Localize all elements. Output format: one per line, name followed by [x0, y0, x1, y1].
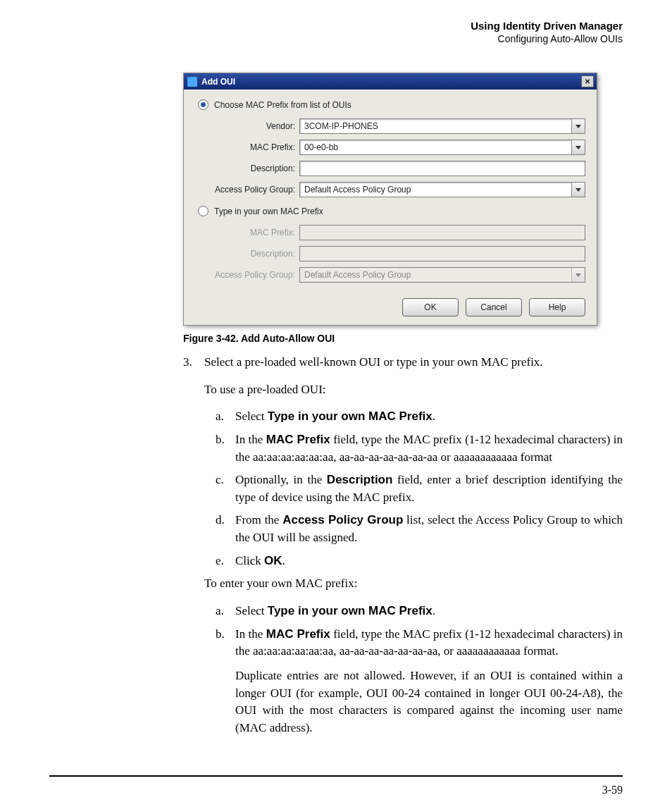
- substep-text: In the MAC Prefix field, type the MAC pr…: [235, 431, 623, 466]
- add-oui-dialog: Add OUI ✕ Choose MAC Prefix from list of…: [183, 73, 597, 326]
- substep-text: Optionally, in the Description field, en…: [235, 472, 623, 506]
- substep-text: Select Type in your own MAC Prefix.: [235, 408, 623, 426]
- page-header: Using Identity Driven Manager Configurin…: [49, 20, 623, 44]
- access-policy-value: Default Access Policy Group: [304, 185, 411, 195]
- label-mac-prefix-2: MAC Prefix:: [197, 228, 299, 238]
- radio-choose-from-list[interactable]: [198, 99, 209, 110]
- vendor-value: 3COM-IP-PHONES: [304, 121, 378, 131]
- step-marker: 3.: [183, 354, 204, 750]
- close-icon[interactable]: ✕: [581, 75, 594, 87]
- mac-prefix-input-2: [299, 225, 585, 240]
- radio-choose-label: Choose MAC Prefix from list of OUIs: [214, 100, 351, 110]
- substep-marker: d.: [216, 512, 235, 546]
- dialog-title: Add OUI: [201, 77, 235, 87]
- footer-divider: [49, 775, 623, 777]
- header-title: Using Identity Driven Manager: [49, 20, 623, 32]
- label-access-policy-group: Access Policy Group:: [197, 185, 299, 195]
- mac-prefix-select[interactable]: 00-e0-bb: [299, 140, 585, 155]
- header-subtitle: Configuring Auto-Allow OUIs: [49, 33, 623, 44]
- label-vendor: Vendor:: [197, 121, 299, 131]
- access-policy-value-2: Default Access Policy Group: [304, 270, 411, 280]
- chevron-down-icon[interactable]: [571, 119, 585, 133]
- figure-caption: Figure 3-42. Add Auto-Allow OUI: [183, 333, 623, 344]
- substep-marker: c.: [216, 472, 235, 506]
- label-description: Description:: [197, 164, 299, 173]
- substep-text: Click OK.: [235, 553, 623, 570]
- mac-prefix-value: 00-e0-bb: [304, 142, 338, 152]
- substep-marker: a.: [216, 603, 235, 620]
- step-text: To use a pre-loaded OUI:: [204, 381, 623, 399]
- cancel-button[interactable]: Cancel: [466, 298, 522, 316]
- help-button[interactable]: Help: [529, 298, 585, 316]
- label-description-2: Description:: [197, 249, 299, 259]
- substep-marker: a.: [216, 408, 235, 426]
- step-text: Select a pre-loaded well-known OUI or ty…: [204, 354, 623, 371]
- substep-text: In the MAC Prefix field, type the MAC pr…: [235, 626, 623, 744]
- substep-text: From the Access Policy Group list, selec…: [235, 512, 623, 546]
- dialog-icon: [187, 76, 198, 87]
- ok-button[interactable]: OK: [402, 298, 459, 316]
- page-number: 3-59: [49, 784, 623, 796]
- label-mac-prefix: MAC Prefix:: [197, 142, 299, 152]
- chevron-down-icon: [571, 268, 585, 282]
- access-policy-select-2: Default Access Policy Group: [299, 267, 585, 283]
- description-input[interactable]: [299, 161, 585, 176]
- access-policy-select[interactable]: Default Access Policy Group: [299, 182, 585, 197]
- dialog-titlebar: Add OUI ✕: [184, 73, 597, 90]
- label-access-policy-group-2: Access Policy Group:: [197, 270, 299, 280]
- radio-type-own-label: Type in your own MAC Prefix: [214, 207, 323, 216]
- substep-marker: b.: [216, 626, 235, 744]
- substep-marker: e.: [216, 553, 235, 570]
- substep-text: Select Type in your own MAC Prefix.: [235, 603, 623, 620]
- vendor-select[interactable]: 3COM-IP-PHONES: [299, 118, 585, 134]
- radio-type-own[interactable]: [198, 206, 209, 216]
- substep-marker: b.: [216, 431, 235, 466]
- description-input-2: [299, 246, 585, 261]
- step-text: To enter your own MAC prefix:: [204, 575, 623, 593]
- chevron-down-icon[interactable]: [571, 183, 585, 197]
- chevron-down-icon[interactable]: [571, 140, 585, 154]
